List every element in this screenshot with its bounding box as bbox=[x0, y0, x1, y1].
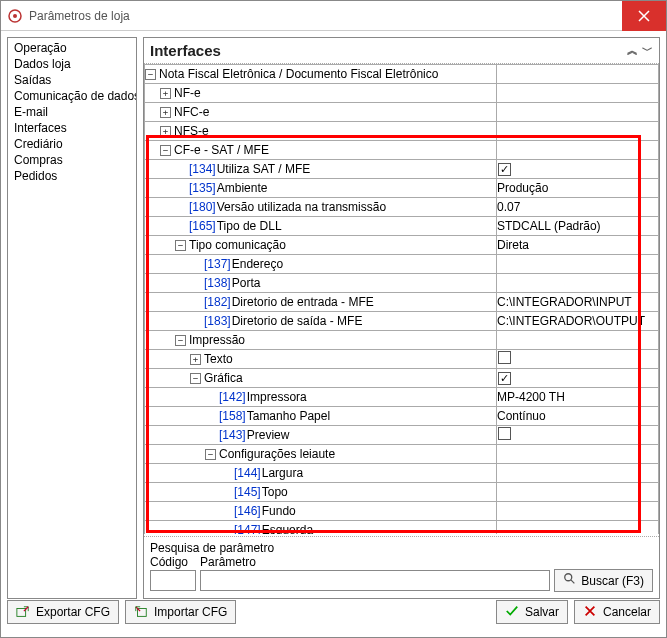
expand-icon[interactable]: + bbox=[160, 107, 171, 118]
sidebar-item[interactable]: Operação bbox=[12, 40, 132, 56]
table-row[interactable]: [145]Topo bbox=[145, 483, 659, 502]
table-row[interactable]: [147]Esquerda bbox=[145, 521, 659, 535]
sidebar-item[interactable]: Dados loja bbox=[12, 56, 132, 72]
save-button[interactable]: Salvar bbox=[496, 600, 568, 624]
collapse-icon[interactable]: − bbox=[160, 145, 171, 156]
table-row[interactable]: +NFS-e bbox=[145, 122, 659, 141]
table-row[interactable]: [143]Preview bbox=[145, 426, 659, 445]
section-header: Interfaces ︽ ﹀ bbox=[144, 38, 659, 64]
table-row[interactable]: −Tipo comunicaçãoDireta bbox=[145, 236, 659, 255]
expand-icon[interactable]: + bbox=[160, 88, 171, 99]
param-value[interactable] bbox=[497, 426, 659, 445]
param-value[interactable] bbox=[497, 331, 659, 350]
table-row[interactable]: [144]Largura bbox=[145, 464, 659, 483]
param-label: Parâmetro bbox=[200, 555, 256, 569]
table-row[interactable]: [138]Porta bbox=[145, 274, 659, 293]
table-row[interactable]: +NF-e bbox=[145, 84, 659, 103]
param-value[interactable] bbox=[497, 141, 659, 160]
param-value[interactable]: C:\INTEGRADOR\INPUT bbox=[497, 293, 659, 312]
checkbox[interactable] bbox=[498, 163, 511, 176]
param-input[interactable] bbox=[200, 570, 550, 591]
table-row[interactable]: [134]Utiliza SAT / MFE bbox=[145, 160, 659, 179]
cancel-button[interactable]: Cancelar bbox=[574, 600, 660, 624]
window-title: Parâmetros de loja bbox=[29, 9, 622, 23]
param-value[interactable]: 0.07 bbox=[497, 198, 659, 217]
param-value[interactable] bbox=[497, 65, 659, 84]
cancel-label: Cancelar bbox=[603, 605, 651, 619]
param-value[interactable]: Contínuo bbox=[497, 407, 659, 426]
checkbox[interactable] bbox=[498, 351, 511, 364]
table-row[interactable]: [146]Fundo bbox=[145, 502, 659, 521]
param-code: [158] bbox=[219, 409, 246, 423]
param-value[interactable] bbox=[497, 445, 659, 464]
param-value[interactable] bbox=[497, 369, 659, 388]
parameter-table: −Nota Fiscal Eletrônica / Documento Fisc… bbox=[144, 64, 659, 534]
param-label: Tipo de DLL bbox=[217, 219, 282, 233]
param-label: Versão utilizada na transmissão bbox=[217, 200, 386, 214]
sidebar-item[interactable]: Interfaces bbox=[12, 120, 132, 136]
table-row[interactable]: [165]Tipo de DLLSTDCALL (Padrão) bbox=[145, 217, 659, 236]
import-cfg-button[interactable]: Importar CFG bbox=[125, 600, 236, 624]
param-code: [138] bbox=[204, 276, 231, 290]
param-value[interactable] bbox=[497, 274, 659, 293]
param-label: Ambiente bbox=[217, 181, 268, 195]
table-row[interactable]: [135]AmbienteProdução bbox=[145, 179, 659, 198]
param-value[interactable] bbox=[497, 103, 659, 122]
param-value[interactable] bbox=[497, 483, 659, 502]
param-value[interactable] bbox=[497, 255, 659, 274]
chevron-up-down-icon[interactable]: ︽ bbox=[627, 43, 638, 58]
table-row[interactable]: −Gráfica bbox=[145, 369, 659, 388]
table-row[interactable]: [137]Endereço bbox=[145, 255, 659, 274]
param-value[interactable] bbox=[497, 160, 659, 179]
expand-icon[interactable]: + bbox=[160, 126, 171, 137]
param-label: Porta bbox=[232, 276, 261, 290]
param-value[interactable] bbox=[497, 464, 659, 483]
param-value[interactable]: C:\INTEGRADOR\OUTPUT bbox=[497, 312, 659, 331]
collapse-icon[interactable]: − bbox=[205, 449, 216, 460]
parameter-tree[interactable]: −Nota Fiscal Eletrônica / Documento Fisc… bbox=[144, 64, 659, 534]
chevron-down-icon[interactable]: ﹀ bbox=[642, 43, 653, 58]
collapse-icon[interactable]: − bbox=[145, 69, 156, 80]
collapse-icon[interactable]: − bbox=[175, 240, 186, 251]
close-button[interactable] bbox=[622, 1, 666, 31]
param-code: [144] bbox=[234, 466, 261, 480]
param-value[interactable] bbox=[497, 502, 659, 521]
param-value[interactable] bbox=[497, 84, 659, 103]
table-row[interactable]: −Nota Fiscal Eletrônica / Documento Fisc… bbox=[145, 65, 659, 84]
table-row[interactable]: +NFC-e bbox=[145, 103, 659, 122]
param-value[interactable]: Direta bbox=[497, 236, 659, 255]
table-row[interactable]: [142]ImpressoraMP-4200 TH bbox=[145, 388, 659, 407]
param-value[interactable] bbox=[497, 122, 659, 141]
param-value[interactable] bbox=[497, 350, 659, 369]
param-value[interactable]: MP-4200 TH bbox=[497, 388, 659, 407]
collapse-icon[interactable]: − bbox=[190, 373, 201, 384]
sidebar-item[interactable]: E-mail bbox=[12, 104, 132, 120]
table-row[interactable]: [182]Diretorio de entrada - MFEC:\INTEGR… bbox=[145, 293, 659, 312]
footer: Exportar CFG Importar CFG Salvar Cancela… bbox=[1, 599, 666, 629]
sidebar-item[interactable]: Compras bbox=[12, 152, 132, 168]
sidebar-item[interactable]: Comunicação de dados bbox=[12, 88, 132, 104]
search-title: Pesquisa de parâmetro bbox=[150, 541, 653, 555]
sidebar-item[interactable]: Saídas bbox=[12, 72, 132, 88]
table-row[interactable]: −CF-e - SAT / MFE bbox=[145, 141, 659, 160]
checkbox[interactable] bbox=[498, 372, 511, 385]
search-button[interactable]: Buscar (F3) bbox=[554, 569, 653, 592]
expand-icon[interactable]: + bbox=[190, 354, 201, 365]
param-code: [146] bbox=[234, 504, 261, 518]
param-label: Texto bbox=[204, 352, 233, 366]
export-cfg-button[interactable]: Exportar CFG bbox=[7, 600, 119, 624]
param-value[interactable]: Produção bbox=[497, 179, 659, 198]
table-row[interactable]: −Configurações leiaute bbox=[145, 445, 659, 464]
table-row[interactable]: [180]Versão utilizada na transmissão0.07 bbox=[145, 198, 659, 217]
table-row[interactable]: [183]Diretorio de saída - MFEC:\INTEGRAD… bbox=[145, 312, 659, 331]
param-value[interactable]: STDCALL (Padrão) bbox=[497, 217, 659, 236]
sidebar-item[interactable]: Crediário bbox=[12, 136, 132, 152]
table-row[interactable]: +Texto bbox=[145, 350, 659, 369]
checkbox[interactable] bbox=[498, 427, 511, 440]
param-value[interactable] bbox=[497, 521, 659, 535]
table-row[interactable]: [158]Tamanho PapelContínuo bbox=[145, 407, 659, 426]
table-row[interactable]: −Impressão bbox=[145, 331, 659, 350]
sidebar-item[interactable]: Pedidos bbox=[12, 168, 132, 184]
codigo-input[interactable] bbox=[150, 570, 196, 591]
collapse-icon[interactable]: − bbox=[175, 335, 186, 346]
